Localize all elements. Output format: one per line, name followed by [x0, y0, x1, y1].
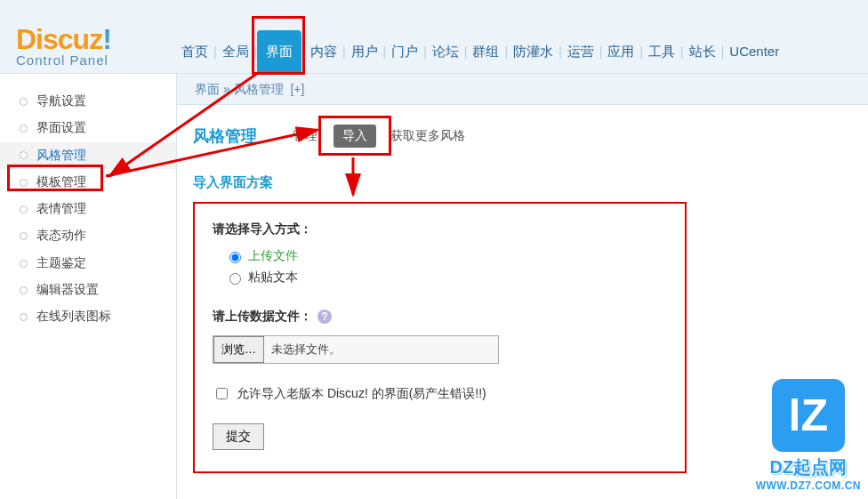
checkbox-allow-old-label[interactable]: 允许导入老版本 Discuz! 的界面(易产生错误!!)	[237, 386, 486, 402]
watermark-url: WWW.DZ7.COM.CN	[756, 479, 861, 492]
browse-button[interactable]: 浏览…	[213, 336, 264, 363]
nav-item-12[interactable]: 站长	[684, 30, 721, 73]
sidebar-item-4[interactable]: 表情管理	[0, 196, 176, 222]
sidebar: 导航设置界面设置风格管理模板管理表情管理表态动作主题鉴定编辑器设置在线列表图标	[0, 74, 176, 499]
nav-item-4[interactable]: 用户	[346, 30, 383, 73]
sidebar-item-label[interactable]: 编辑器设置	[36, 282, 99, 296]
sidebar-item-label[interactable]: 模板管理	[36, 174, 86, 189]
watermark-title: DZ起点网	[756, 455, 861, 479]
bullet-icon	[20, 98, 28, 106]
breadcrumb: 界面 » 风格管理 [+]	[177, 74, 868, 105]
submit-button[interactable]: 提交	[213, 423, 264, 450]
tab-manage[interactable]: 管理	[293, 128, 317, 144]
bullet-icon	[20, 286, 28, 294]
watermark: lZ DZ起点网 WWW.DZ7.COM.CN	[756, 379, 861, 492]
sidebar-item-label[interactable]: 导航设置	[36, 93, 86, 108]
nav-item-0[interactable]: 首页	[176, 30, 213, 73]
logo: Discuz! Control Panel	[16, 23, 111, 68]
sidebar-item-label[interactable]: 界面设置	[36, 121, 86, 135]
help-icon[interactable]: ?	[317, 310, 332, 324]
file-status: 未选择文件。	[271, 342, 341, 358]
bullet-icon	[20, 151, 28, 159]
sidebar-item-0[interactable]: 导航设置	[0, 88, 176, 115]
nav-item-9[interactable]: 运营	[562, 30, 599, 73]
sidebar-item-label[interactable]: 表情管理	[36, 201, 86, 215]
sidebar-item-2[interactable]: 风格管理	[0, 142, 176, 169]
breadcrumb-expand[interactable]: [+]	[290, 82, 304, 96]
breadcrumb-a[interactable]: 界面	[195, 82, 220, 96]
sidebar-item-label[interactable]: 风格管理	[36, 148, 86, 162]
nav-item-11[interactable]: 工具	[643, 30, 680, 73]
bullet-icon	[20, 313, 28, 321]
sidebar-item-6[interactable]: 主题鉴定	[0, 250, 176, 277]
sidebar-item-label[interactable]: 在线列表图标	[36, 310, 111, 324]
sidebar-item-3[interactable]: 模板管理	[0, 169, 176, 196]
section-subtitle: 导入界面方案	[193, 174, 868, 191]
choose-method-label: 请选择导入方式：	[213, 221, 667, 237]
link-more-styles[interactable]: 获取更多风格	[390, 128, 465, 144]
bullet-icon	[20, 260, 28, 268]
sidebar-item-label[interactable]: 主题鉴定	[36, 255, 86, 270]
radio-upload[interactable]	[229, 252, 241, 263]
radio-paste[interactable]	[229, 273, 241, 285]
sidebar-item-5[interactable]: 表态动作	[0, 222, 176, 249]
radio-upload-label[interactable]: 上传文件	[248, 248, 298, 264]
sidebar-item-7[interactable]: 编辑器设置	[0, 277, 176, 303]
breadcrumb-b[interactable]: 风格管理	[234, 82, 284, 96]
nav-item-8[interactable]: 防灌水	[508, 30, 559, 73]
import-form: 请选择导入方式： 上传文件 粘贴文本 请上传数据文件： ? 浏览… 未选择文件。…	[193, 202, 687, 473]
checkbox-allow-old[interactable]	[216, 388, 228, 399]
upload-label: 请上传数据文件：	[213, 309, 312, 325]
breadcrumb-sep: »	[223, 82, 230, 96]
nav-item-3[interactable]: 内容	[305, 30, 342, 73]
nav-item-1[interactable]: 全局	[217, 30, 254, 73]
nav-item-5[interactable]: 门户	[386, 30, 423, 73]
nav-item-13[interactable]: UCenter	[724, 30, 784, 73]
sidebar-item-8[interactable]: 在线列表图标	[0, 303, 176, 330]
bullet-icon	[20, 179, 28, 187]
nav-item-10[interactable]: 应用	[602, 30, 639, 73]
file-input[interactable]: 浏览… 未选择文件。	[213, 335, 499, 364]
bullet-icon	[20, 232, 28, 240]
logo-bang: !	[102, 23, 111, 55]
watermark-logo: lZ	[772, 379, 845, 452]
nav-item-6[interactable]: 论坛	[427, 30, 464, 73]
nav-item-2[interactable]: 界面	[257, 30, 301, 73]
sidebar-item-label[interactable]: 表态动作	[36, 229, 86, 243]
main-nav: 首页|全局|界面|内容|用户|门户|论坛|群组|防灌水|运营|应用|工具|站长|…	[176, 30, 784, 73]
sidebar-item-1[interactable]: 界面设置	[0, 115, 176, 141]
logo-subtitle: Control Panel	[16, 52, 111, 68]
radio-paste-label[interactable]: 粘贴文本	[248, 270, 298, 286]
page-head: 风格管理 管理 导入 获取更多风格	[193, 125, 868, 148]
nav-item-7[interactable]: 群组	[467, 30, 504, 73]
tab-import-button[interactable]: 导入	[334, 125, 376, 148]
bullet-icon	[20, 205, 28, 213]
page-title: 风格管理	[193, 125, 257, 147]
logo-name: Discuz	[16, 23, 102, 55]
bullet-icon	[20, 125, 28, 133]
